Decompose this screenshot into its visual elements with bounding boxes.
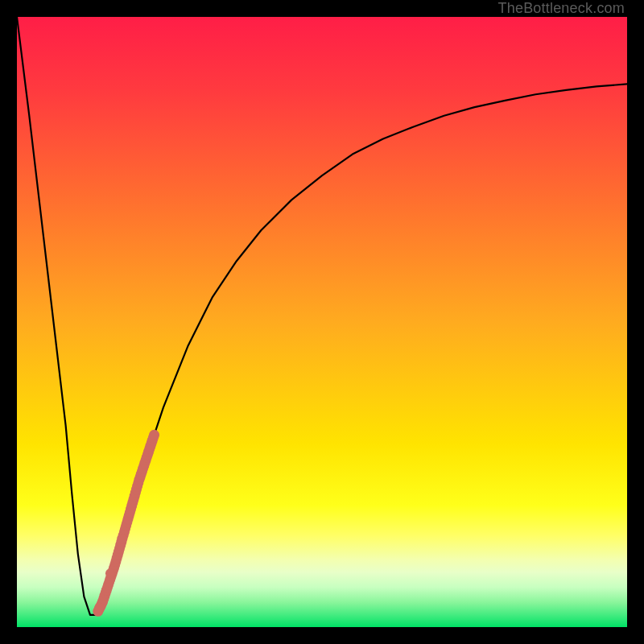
chart-svg xyxy=(17,17,627,627)
gradient-background xyxy=(17,17,627,627)
attribution-label: TheBottleneck.com xyxy=(498,0,625,17)
highlight-dot xyxy=(105,568,115,578)
plot-area xyxy=(17,17,627,627)
chart-frame: TheBottleneck.com xyxy=(0,0,644,644)
highlight-dot xyxy=(117,534,126,543)
highlight-dot xyxy=(94,603,104,613)
highlight-dot xyxy=(149,430,159,440)
